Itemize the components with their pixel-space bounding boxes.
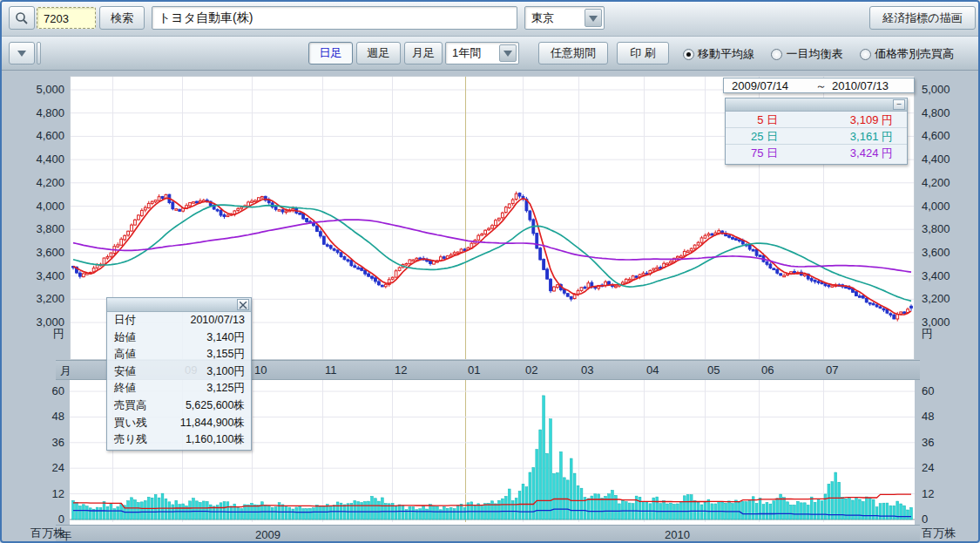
- magnifier-icon: [15, 11, 29, 25]
- axis-tick-label: 3,800: [922, 223, 977, 235]
- axis-tick-label: 4,800: [922, 107, 977, 119]
- chart-menu-dropdown-button[interactable]: [9, 42, 35, 64]
- market-select-arrow-button[interactable]: [585, 9, 602, 27]
- tooltip-label: 買い残: [114, 415, 147, 432]
- quote-tooltip-box: 日付2010/07/13 始値3,140円 高値3,155円 安値3,100円 …: [106, 297, 252, 451]
- axis-tick-label: 円: [922, 328, 977, 340]
- tooltip-value: 1,160,100株: [186, 431, 245, 449]
- date-range-end: 2010/07/13: [832, 79, 889, 93]
- date-range-separator: ～: [815, 79, 827, 93]
- axis-tick-label: 3,800: [2, 223, 64, 235]
- year-axis-band: 年 20092010: [56, 525, 920, 543]
- market-select[interactable]: 東京: [524, 6, 605, 30]
- axis-tick-label: 百万株: [922, 527, 977, 540]
- axis-tick-label: 4,600: [922, 130, 977, 142]
- axis-tick-label: 60: [922, 385, 977, 397]
- tooltip-value: 3,155円: [206, 346, 245, 363]
- tooltip-value: 5,625,600株: [186, 397, 245, 415]
- tooltip-value: 3,125円: [206, 380, 245, 397]
- tooltip-label: 売買高: [114, 397, 147, 415]
- ma75-label: 75 日: [738, 145, 778, 161]
- axis-tick-label: 5,000: [922, 84, 977, 96]
- stock-name-field[interactable]: トヨタ自動車(株): [152, 6, 517, 30]
- tooltip-label: 終値: [114, 380, 136, 397]
- economic-indicator-button[interactable]: 経済指標の描画: [869, 6, 976, 30]
- chevron-down-icon: [504, 51, 512, 57]
- axis-tick-label: 4,000: [2, 200, 64, 213]
- month-tick-label: 07: [826, 363, 838, 377]
- tab-monthly[interactable]: 月足: [404, 42, 443, 64]
- axis-tick-label: 4,200: [2, 177, 64, 189]
- chevron-down-icon: [17, 51, 26, 57]
- tab-weekly[interactable]: 週足: [356, 42, 401, 64]
- market-select-value: 東京: [531, 11, 554, 24]
- axis-tick-label: 3,400: [922, 270, 977, 282]
- radio-moving-average[interactable]: 移動平均線: [683, 46, 754, 62]
- close-button[interactable]: [237, 299, 249, 310]
- ma75-value: 3,424 円: [850, 145, 893, 161]
- custom-period-button[interactable]: 任意期間: [538, 42, 608, 64]
- chevron-down-icon: [589, 16, 598, 22]
- axis-tick-label: 48: [2, 411, 64, 423]
- tooltip-label: 高値: [114, 346, 136, 363]
- radio-icon: [860, 49, 871, 60]
- date-range-start: 2009/07/14: [732, 79, 788, 93]
- radio-label: 一目均衡表: [786, 46, 842, 62]
- tooltip-label: 始値: [114, 329, 136, 347]
- range-select[interactable]: 1年間: [445, 42, 519, 64]
- axis-tick-label: 36: [922, 437, 977, 449]
- symbol-lookup-button[interactable]: [9, 6, 35, 30]
- indicator-radio-group: 移動平均線 一目均衡表 価格帯別売買高: [683, 46, 954, 64]
- month-tick-label: 06: [761, 363, 774, 377]
- axis-tick-label: 3,200: [2, 293, 64, 305]
- ma-legend-row-75: 75 日 3,424 円: [726, 145, 907, 161]
- month-tick-label: 02: [525, 363, 537, 377]
- tooltip-row: 高値3,155円: [107, 346, 251, 363]
- radio-volume-by-price[interactable]: 価格帯別売買高: [860, 46, 954, 62]
- month-tick-label: 05: [707, 363, 720, 377]
- axis-tick-label: 3,000: [922, 316, 977, 329]
- tab-daily[interactable]: 日足: [308, 42, 353, 64]
- axis-tick-label: 48: [922, 411, 977, 423]
- tooltip-row: 売買高5,625,600株: [107, 397, 251, 415]
- axis-tick-label: 0: [922, 513, 977, 526]
- axis-tick-label: 3,400: [2, 270, 64, 282]
- month-tick-label: 01: [468, 363, 480, 377]
- radio-icon: [683, 49, 694, 60]
- axis-tick-label: 24: [2, 462, 64, 474]
- minimize-button[interactable]: –: [893, 99, 905, 110]
- toolbar-handle[interactable]: [37, 42, 41, 64]
- radio-ichimoku[interactable]: 一目均衡表: [771, 46, 842, 62]
- stock-code-input[interactable]: 7203: [37, 7, 96, 29]
- tooltip-label: 売り残: [114, 431, 147, 449]
- axis-tick-label: 60: [2, 385, 64, 397]
- tooltip-row: 買い残11,844,900株: [107, 415, 251, 432]
- radio-label: 価格帯別売買高: [875, 46, 954, 62]
- range-select-value: 1年間: [452, 46, 481, 59]
- tooltip-label: 安値: [114, 363, 136, 381]
- ma-legend-row-5: 5 日 3,109 円: [726, 112, 907, 128]
- tooltip-value: 3,100円: [206, 363, 245, 381]
- tooltip-row: 日付2010/07/13: [107, 312, 251, 329]
- search-button[interactable]: 検索: [99, 6, 145, 30]
- month-tick-label: 12: [395, 363, 407, 377]
- tooltip-row: 売り残1,160,100株: [107, 431, 251, 449]
- axis-tick-label: 3,600: [2, 247, 64, 259]
- axis-tick-label: 3,000: [2, 316, 64, 329]
- radio-icon: [771, 49, 782, 60]
- tooltip-row: 始値3,140円: [107, 329, 251, 347]
- axis-tick-label: 4,000: [922, 200, 977, 213]
- range-select-arrow-button[interactable]: [499, 44, 517, 62]
- axis-tick-label: 3,200: [922, 293, 977, 305]
- axis-tick-label: 4,200: [922, 177, 977, 189]
- axis-tick-label: 12: [2, 488, 64, 500]
- ma25-value: 3,161 円: [850, 128, 893, 145]
- month-tick-label: 11: [325, 363, 337, 377]
- chart-application-window: 7203 検索 トヨタ自動車(株) 東京 経済指標の描画 日足 週足 月足 1年…: [0, 0, 980, 543]
- month-tick-label: 10: [254, 363, 267, 377]
- ma-legend-box: – 5 日 3,109 円 25 日 3,161 円 75 日 3,424 円: [725, 98, 908, 165]
- axis-tick-label: 4,400: [922, 153, 977, 166]
- tooltip-titlebar: [107, 298, 251, 312]
- print-button[interactable]: 印 刷: [617, 42, 669, 64]
- ma-legend-row-25: 25 日 3,161 円: [726, 128, 907, 145]
